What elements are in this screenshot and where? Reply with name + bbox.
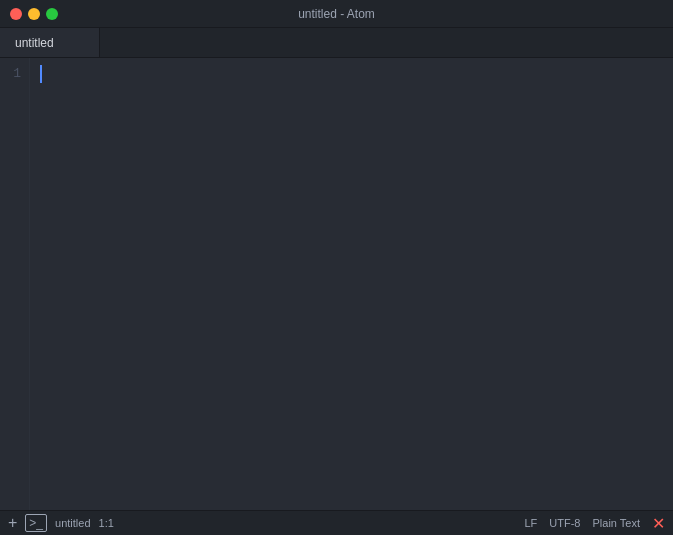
window-title: untitled - Atom bbox=[298, 7, 375, 21]
line-numbers: 1 bbox=[0, 58, 30, 510]
add-button[interactable]: + bbox=[8, 515, 17, 531]
tab-untitled[interactable]: untitled bbox=[0, 28, 100, 57]
traffic-lights bbox=[10, 8, 58, 20]
error-icon[interactable]: ✕ bbox=[652, 514, 665, 533]
status-bar: + >_ untitled 1:1 LF UTF-8 Plain Text ✕ bbox=[0, 510, 673, 535]
encoding[interactable]: UTF-8 bbox=[549, 517, 580, 529]
maximize-button[interactable] bbox=[46, 8, 58, 20]
line-number: 1 bbox=[6, 64, 21, 85]
status-right: LF UTF-8 Plain Text ✕ bbox=[524, 514, 665, 533]
cursor-position[interactable]: 1:1 bbox=[99, 517, 114, 529]
editor-content[interactable] bbox=[30, 58, 673, 510]
cursor-line bbox=[40, 64, 673, 85]
minimize-button[interactable] bbox=[28, 8, 40, 20]
text-cursor bbox=[40, 65, 42, 83]
status-left: + >_ untitled 1:1 bbox=[8, 514, 114, 532]
close-button[interactable] bbox=[10, 8, 22, 20]
title-bar: untitled - Atom bbox=[0, 0, 673, 28]
grammar[interactable]: Plain Text bbox=[593, 517, 641, 529]
line-ending[interactable]: LF bbox=[524, 517, 537, 529]
file-name-status: untitled bbox=[55, 517, 90, 529]
terminal-button[interactable]: >_ bbox=[25, 514, 47, 532]
tab-label: untitled bbox=[15, 36, 54, 50]
editor-area: 1 bbox=[0, 58, 673, 510]
tab-bar: untitled bbox=[0, 28, 673, 58]
